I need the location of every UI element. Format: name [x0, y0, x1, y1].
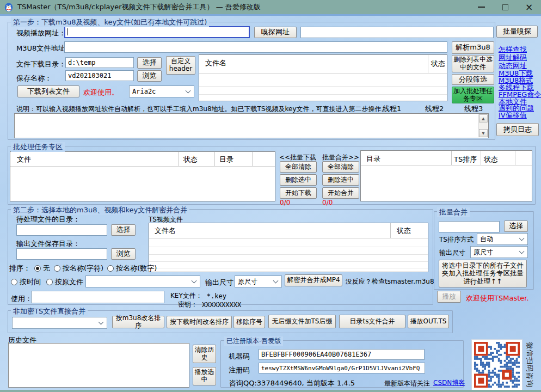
copy-log-button[interactable]: 拷贝日志	[496, 123, 539, 136]
video-url-label: 视频播放网址：	[16, 28, 66, 38]
chevron-down-icon	[192, 278, 197, 284]
download-list-button[interactable]: 下载列表文件	[17, 85, 79, 97]
step1-file-list[interactable]: 文件名 状态	[199, 54, 447, 101]
parse-m3u8-button[interactable]: 解析m3u8	[452, 41, 494, 54]
play-out-ts-button[interactable]: 播放OUT.TS	[408, 315, 449, 328]
ts-sort-mode-label: TS排序方式	[439, 235, 474, 244]
registered-group-label: 已注册版本-吾爱版	[224, 336, 283, 346]
column-header-status: 状态	[484, 155, 498, 164]
start-download-button[interactable]: 开始下载	[280, 187, 317, 199]
play-selected-button[interactable]: 播放选中	[193, 367, 216, 385]
use-input[interactable]	[31, 291, 164, 303]
output-size-dropdown[interactable]: 原尺寸	[235, 275, 282, 287]
select-dir-button[interactable]: 选择	[137, 57, 162, 69]
app-icon	[4, 2, 14, 12]
delete-selected-files-button[interactable]: 删除列表中选中的文件	[452, 55, 494, 72]
sort-option-original[interactable]: 按原文件	[46, 277, 83, 287]
row-gridline	[199, 86, 447, 87]
reg-code-input[interactable]	[259, 363, 425, 373]
browse-output-dir-button[interactable]: 浏览	[111, 248, 136, 260]
batch-merge-list[interactable]: 目录 TS排序 状态	[360, 150, 532, 201]
bm-output-size-value: 原尺寸	[474, 248, 493, 257]
step2-group-label: 第二步：选择本地的m3u8、视频和key文件解密并合并	[11, 205, 189, 215]
decrypt-merge-mp4-button[interactable]: 解密并合并成MP4	[285, 274, 342, 286]
batch-zone-label: 批处理任务专区	[11, 142, 65, 152]
sort-options-row2: 按时间 按原文件	[11, 277, 83, 287]
downloader-select[interactable]: Aria2c	[129, 85, 194, 97]
sidebar-link-iv-offset[interactable]: IV偏移值	[499, 111, 527, 120]
row-gridline	[149, 254, 428, 255]
sort-option-name-num[interactable]: 按名称(数字)	[107, 264, 157, 273]
sniff-result-input[interactable]	[300, 27, 494, 38]
clear-all-download-button[interactable]: 全部清除	[280, 161, 317, 173]
csdn-blog-link[interactable]: CSDN博客	[433, 378, 465, 388]
clear-history-button[interactable]: 清除历史	[193, 345, 216, 363]
delete-selected-download-button[interactable]: 删除选中	[280, 174, 317, 186]
batch-download-list[interactable]: 文件 状态 目录	[10, 151, 275, 201]
pending-dir-label: 待处理文件的目录：	[16, 215, 80, 224]
pending-dir-input[interactable]	[16, 224, 107, 236]
play-button[interactable]: 播放	[437, 291, 461, 303]
sort-label: 排序：	[9, 264, 30, 273]
log-scrollbar[interactable]: ▲ ▼	[478, 114, 488, 137]
segment-filter-button[interactable]: 分段筛选	[452, 74, 494, 85]
sort-option-time[interactable]: 按时间	[11, 277, 41, 287]
app-window: TSMaster（TS/m3u8/ckplayer视频文件下载解密合并工具） —…	[0, 0, 541, 392]
save-name-input[interactable]	[65, 70, 134, 81]
merge-dir-ts-button[interactable]: 目录ts文件合并	[339, 315, 405, 328]
close-button[interactable]: ×	[517, 0, 541, 14]
chevron-down-icon	[519, 236, 525, 241]
rename-by-m3u8-button[interactable]: 按m3u8改名排序	[112, 316, 164, 328]
direct-merge-file-dropdown[interactable]	[12, 317, 107, 329]
batch-merge-select-button[interactable]: 选择	[504, 220, 528, 232]
browse-button[interactable]: 浏览	[137, 70, 162, 82]
rename-by-time-button[interactable]: 按下载时间改名排序	[167, 316, 232, 328]
log-textarea[interactable]: ▲ ▼	[14, 113, 489, 138]
batch-sniff-button[interactable]: 批量嗅探	[496, 26, 538, 38]
ts-file-list[interactable]: 文件名 状态	[149, 223, 428, 272]
scroll-down-button[interactable]: ▼	[479, 129, 488, 137]
ts-sort-mode-value: 自动	[480, 235, 493, 244]
file-select-dropdown[interactable]	[85, 275, 200, 287]
machine-code-label: 机器码	[229, 352, 250, 362]
welcome-tsmaster-text: 欢迎使用TSMaster.	[466, 293, 529, 303]
remove-seq-button[interactable]: 移除序号	[233, 316, 265, 328]
delete-selected-merge-button[interactable]: 删除选中	[322, 174, 359, 186]
machine-code-input[interactable]	[259, 349, 425, 360]
column-header-dir: 目录	[219, 155, 233, 164]
latest-version-text: 最新版本请关注	[384, 379, 430, 388]
downloader-value: Aria2c	[132, 88, 156, 95]
bm-output-size-dropdown[interactable]: 原尺寸	[470, 246, 528, 258]
add-subfolders-button[interactable]: 将选中目录下的所有子文件夹加入批处理任务专区批量进行处理↑↑	[439, 260, 527, 287]
video-url-input[interactable]	[64, 26, 250, 38]
clear-all-merge-button[interactable]: 全部清除	[322, 161, 359, 173]
thread3-label: 线程3	[464, 104, 483, 114]
add-ts-ext-button[interactable]: 无后缀文件加TS后缀	[268, 315, 336, 328]
sort-options-row1: 排序： 无 按名称(字符) 按名称(数字)	[9, 264, 157, 273]
sort-option-none[interactable]: 无	[34, 264, 50, 273]
sniff-url-button[interactable]: 嗅探网址	[254, 27, 297, 38]
m3u8-url-input[interactable]	[64, 41, 447, 53]
add-to-batch-button[interactable]: 加入批处理任务专区	[452, 87, 494, 103]
history-listbox[interactable]	[8, 343, 189, 388]
ts-sort-mode-dropdown[interactable]: 自动	[477, 233, 528, 245]
custom-header-button[interactable]: 自定义 header	[166, 56, 195, 75]
batch-merge-dir-input[interactable]	[439, 221, 500, 232]
start-merge-button[interactable]: 开始合并	[322, 187, 359, 199]
output-dir-input[interactable]	[16, 248, 107, 260]
download-dir-input[interactable]	[65, 57, 134, 68]
output-dir-label: 输出文件保存目录：	[16, 239, 80, 249]
minimize-button[interactable]	[469, 0, 493, 14]
header-underline	[199, 73, 447, 74]
scroll-up-button[interactable]: ▲	[479, 114, 488, 122]
sort-option-name-char[interactable]: 按名称(字符)	[54, 264, 103, 273]
select-pending-dir-button[interactable]: 选择	[111, 224, 136, 236]
chevron-down-icon	[99, 320, 104, 325]
column-header-filename: 文件名	[155, 226, 176, 236]
column-divider	[252, 152, 253, 166]
direct-merge-label: 非加密TS文件直接合并	[11, 307, 88, 316]
maximize-button[interactable]	[493, 0, 517, 14]
header-underline	[361, 165, 532, 166]
m3u8-url-label: M3U8文件地址：	[16, 44, 72, 53]
window-title: TSMaster（TS/m3u8/ckplayer视频文件下载解密合并工具） —…	[17, 2, 261, 12]
